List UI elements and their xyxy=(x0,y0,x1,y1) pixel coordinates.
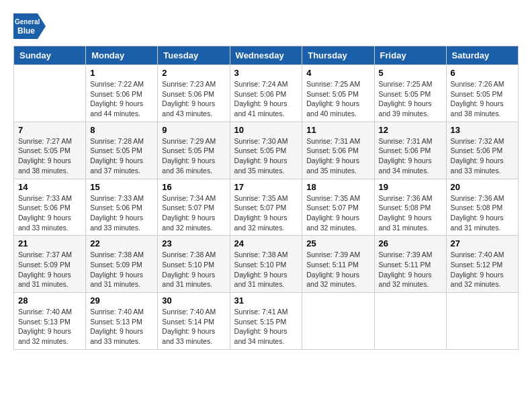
calendar-cell: 4Sunrise: 7:25 AM Sunset: 5:05 PM Daylig… xyxy=(302,65,374,122)
day-info: Sunrise: 7:33 AM Sunset: 5:06 PM Dayligh… xyxy=(18,193,81,233)
calendar-cell: 13Sunrise: 7:32 AM Sunset: 5:06 PM Dayli… xyxy=(446,122,518,179)
calendar-cell: 9Sunrise: 7:29 AM Sunset: 5:05 PM Daylig… xyxy=(158,122,230,179)
col-header-thursday: Thursday xyxy=(302,46,374,65)
calendar-cell: 12Sunrise: 7:31 AM Sunset: 5:06 PM Dayli… xyxy=(374,122,446,179)
day-info: Sunrise: 7:35 AM Sunset: 5:07 PM Dayligh… xyxy=(234,193,298,233)
calendar-cell: 30Sunrise: 7:40 AM Sunset: 5:14 PM Dayli… xyxy=(158,293,230,350)
day-info: Sunrise: 7:40 AM Sunset: 5:13 PM Dayligh… xyxy=(90,307,153,347)
col-header-monday: Monday xyxy=(86,46,158,65)
col-header-wednesday: Wednesday xyxy=(230,46,302,65)
day-number: 12 xyxy=(379,125,442,135)
day-number: 27 xyxy=(451,238,514,248)
day-info: Sunrise: 7:29 AM Sunset: 5:05 PM Dayligh… xyxy=(162,136,225,176)
calendar-cell: 21Sunrise: 7:37 AM Sunset: 5:09 PM Dayli… xyxy=(14,236,86,293)
calendar-cell: 10Sunrise: 7:30 AM Sunset: 5:05 PM Dayli… xyxy=(230,122,302,179)
day-number: 15 xyxy=(90,182,153,192)
day-info: Sunrise: 7:38 AM Sunset: 5:09 PM Dayligh… xyxy=(90,250,153,289)
day-number: 3 xyxy=(234,68,298,78)
day-number: 19 xyxy=(379,182,442,192)
day-info: Sunrise: 7:24 AM Sunset: 5:06 PM Dayligh… xyxy=(234,79,298,119)
day-number: 29 xyxy=(90,295,153,306)
day-info: Sunrise: 7:36 AM Sunset: 5:08 PM Dayligh… xyxy=(379,193,442,233)
header: GeneralBlue xyxy=(13,13,519,39)
calendar-cell: 23Sunrise: 7:38 AM Sunset: 5:10 PM Dayli… xyxy=(158,236,230,293)
day-info: Sunrise: 7:30 AM Sunset: 5:05 PM Dayligh… xyxy=(234,136,298,176)
logo: GeneralBlue xyxy=(13,13,46,39)
calendar-cell xyxy=(446,293,518,350)
day-number: 1 xyxy=(90,68,153,78)
day-number: 5 xyxy=(379,68,442,78)
calendar-week-1: 1Sunrise: 7:22 AM Sunset: 5:06 PM Daylig… xyxy=(14,65,519,122)
day-info: Sunrise: 7:23 AM Sunset: 5:06 PM Dayligh… xyxy=(162,79,225,119)
logo-icon: GeneralBlue xyxy=(13,13,46,39)
calendar-cell: 28Sunrise: 7:40 AM Sunset: 5:13 PM Dayli… xyxy=(14,293,86,350)
day-number: 4 xyxy=(306,68,369,78)
svg-text:Blue: Blue xyxy=(17,26,35,36)
day-info: Sunrise: 7:39 AM Sunset: 5:11 PM Dayligh… xyxy=(379,250,442,289)
day-info: Sunrise: 7:31 AM Sunset: 5:06 PM Dayligh… xyxy=(379,136,442,176)
calendar-week-2: 7Sunrise: 7:27 AM Sunset: 5:05 PM Daylig… xyxy=(14,122,519,179)
day-info: Sunrise: 7:31 AM Sunset: 5:06 PM Dayligh… xyxy=(306,136,369,176)
calendar-cell: 7Sunrise: 7:27 AM Sunset: 5:05 PM Daylig… xyxy=(14,122,86,179)
day-info: Sunrise: 7:22 AM Sunset: 5:06 PM Dayligh… xyxy=(90,79,153,119)
col-header-friday: Friday xyxy=(374,46,446,65)
day-number: 11 xyxy=(306,125,369,135)
calendar-cell xyxy=(302,293,374,350)
calendar-cell: 5Sunrise: 7:25 AM Sunset: 5:05 PM Daylig… xyxy=(374,65,446,122)
day-info: Sunrise: 7:32 AM Sunset: 5:06 PM Dayligh… xyxy=(451,136,514,176)
day-info: Sunrise: 7:28 AM Sunset: 5:05 PM Dayligh… xyxy=(90,136,153,176)
day-number: 31 xyxy=(234,295,298,306)
day-number: 2 xyxy=(162,68,225,78)
calendar-table: SundayMondayTuesdayWednesdayThursdayFrid… xyxy=(13,46,519,350)
day-info: Sunrise: 7:40 AM Sunset: 5:14 PM Dayligh… xyxy=(162,307,225,347)
calendar-header-row: SundayMondayTuesdayWednesdayThursdayFrid… xyxy=(14,46,519,65)
svg-marker-1 xyxy=(38,13,46,39)
day-info: Sunrise: 7:40 AM Sunset: 5:13 PM Dayligh… xyxy=(18,307,81,347)
calendar-cell: 16Sunrise: 7:34 AM Sunset: 5:07 PM Dayli… xyxy=(158,179,230,236)
day-info: Sunrise: 7:35 AM Sunset: 5:07 PM Dayligh… xyxy=(306,193,369,233)
day-number: 20 xyxy=(451,182,514,192)
day-info: Sunrise: 7:33 AM Sunset: 5:06 PM Dayligh… xyxy=(90,193,153,233)
col-header-saturday: Saturday xyxy=(446,46,518,65)
calendar-cell: 29Sunrise: 7:40 AM Sunset: 5:13 PM Dayli… xyxy=(86,293,158,350)
day-info: Sunrise: 7:41 AM Sunset: 5:15 PM Dayligh… xyxy=(234,307,298,347)
calendar-cell: 18Sunrise: 7:35 AM Sunset: 5:07 PM Dayli… xyxy=(302,179,374,236)
day-info: Sunrise: 7:27 AM Sunset: 5:05 PM Dayligh… xyxy=(18,136,81,176)
day-info: Sunrise: 7:39 AM Sunset: 5:11 PM Dayligh… xyxy=(306,250,369,289)
day-info: Sunrise: 7:34 AM Sunset: 5:07 PM Dayligh… xyxy=(162,193,225,233)
day-number: 10 xyxy=(234,125,298,135)
day-info: Sunrise: 7:38 AM Sunset: 5:10 PM Dayligh… xyxy=(234,250,298,289)
calendar-cell: 31Sunrise: 7:41 AM Sunset: 5:15 PM Dayli… xyxy=(230,293,302,350)
calendar-cell: 6Sunrise: 7:26 AM Sunset: 5:05 PM Daylig… xyxy=(446,65,518,122)
calendar-week-4: 21Sunrise: 7:37 AM Sunset: 5:09 PM Dayli… xyxy=(14,236,519,293)
day-number: 26 xyxy=(379,238,442,248)
day-info: Sunrise: 7:36 AM Sunset: 5:08 PM Dayligh… xyxy=(451,193,514,233)
calendar-cell: 27Sunrise: 7:40 AM Sunset: 5:12 PM Dayli… xyxy=(446,236,518,293)
day-number: 16 xyxy=(162,182,225,192)
calendar-cell: 3Sunrise: 7:24 AM Sunset: 5:06 PM Daylig… xyxy=(230,65,302,122)
day-number: 13 xyxy=(451,125,514,135)
day-number: 23 xyxy=(162,238,225,248)
day-number: 22 xyxy=(90,238,153,248)
day-number: 17 xyxy=(234,182,298,192)
day-number: 14 xyxy=(18,182,81,192)
day-number: 7 xyxy=(18,125,81,135)
calendar-cell: 15Sunrise: 7:33 AM Sunset: 5:06 PM Dayli… xyxy=(86,179,158,236)
day-number: 9 xyxy=(162,125,225,135)
calendar-cell xyxy=(14,65,86,122)
day-info: Sunrise: 7:25 AM Sunset: 5:05 PM Dayligh… xyxy=(379,79,442,119)
calendar-cell: 24Sunrise: 7:38 AM Sunset: 5:10 PM Dayli… xyxy=(230,236,302,293)
calendar-week-5: 28Sunrise: 7:40 AM Sunset: 5:13 PM Dayli… xyxy=(14,293,519,350)
day-number: 28 xyxy=(18,295,81,306)
calendar-week-3: 14Sunrise: 7:33 AM Sunset: 5:06 PM Dayli… xyxy=(14,179,519,236)
calendar-cell: 25Sunrise: 7:39 AM Sunset: 5:11 PM Dayli… xyxy=(302,236,374,293)
svg-text:General: General xyxy=(15,18,40,26)
calendar-cell: 1Sunrise: 7:22 AM Sunset: 5:06 PM Daylig… xyxy=(86,65,158,122)
day-info: Sunrise: 7:37 AM Sunset: 5:09 PM Dayligh… xyxy=(18,250,81,289)
calendar-cell: 2Sunrise: 7:23 AM Sunset: 5:06 PM Daylig… xyxy=(158,65,230,122)
day-info: Sunrise: 7:25 AM Sunset: 5:05 PM Dayligh… xyxy=(306,79,369,119)
day-info: Sunrise: 7:26 AM Sunset: 5:05 PM Dayligh… xyxy=(451,79,514,119)
day-number: 24 xyxy=(234,238,298,248)
calendar-cell: 22Sunrise: 7:38 AM Sunset: 5:09 PM Dayli… xyxy=(86,236,158,293)
calendar-cell: 8Sunrise: 7:28 AM Sunset: 5:05 PM Daylig… xyxy=(86,122,158,179)
